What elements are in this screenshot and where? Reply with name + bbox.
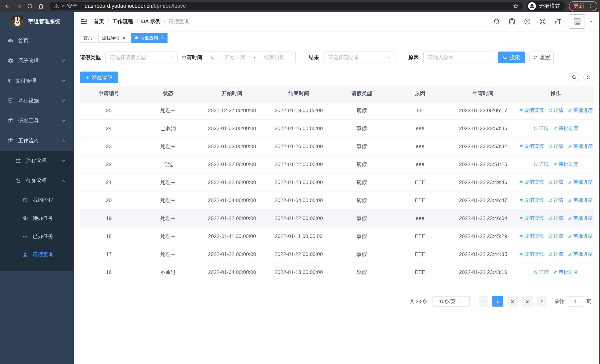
sidebar-item-2[interactable]: ¥支付管理 [0, 71, 74, 91]
avatar-caret-icon[interactable] [589, 19, 594, 24]
action-progress[interactable]: 审批进度 [568, 107, 593, 114]
url-path[interactable]: /bpm/oa/leave [152, 3, 186, 9]
sidebar-item-7[interactable]: 任务管理 [0, 171, 74, 191]
action-detail[interactable]: 详情 [548, 143, 563, 149]
sidebar-item-0[interactable]: 首页 [0, 31, 74, 51]
action-cancel[interactable]: 取消请假 [519, 251, 544, 257]
action-detail[interactable]: 详情 [534, 125, 549, 131]
reason-input[interactable] [424, 52, 494, 63]
page-size-select[interactable]: 10条/页 [432, 296, 469, 307]
breadcrumb-item[interactable]: 首页 [94, 18, 104, 25]
sidebar-item-11[interactable]: 请假查询 [0, 245, 74, 263]
task-nodes-icon [16, 178, 21, 184]
browser-back-button[interactable] [3, 1, 13, 11]
action-progress[interactable]: 审批进度 [568, 179, 593, 186]
tab-0[interactable]: 首页 [80, 33, 96, 43]
tab-close-icon[interactable]: × [161, 35, 164, 40]
create-leave-button[interactable]: + 发起请假 [80, 72, 118, 83]
bookmark-star-icon[interactable] [513, 3, 519, 9]
action-cancel[interactable]: 取消请假 [519, 215, 544, 222]
breadcrumb-item[interactable]: OA 示例 [141, 18, 161, 25]
action-cancel[interactable]: 取消请假 [519, 179, 544, 186]
start-date-placeholder[interactable]: 开始日期 [217, 54, 253, 61]
result-select[interactable]: 请选择流结果 [324, 52, 395, 63]
action-label: 审批进度 [573, 215, 593, 222]
action-detail[interactable]: 详情 [548, 251, 563, 257]
sidebar-item-9[interactable]: 待办任务 [0, 209, 74, 227]
action-detail[interactable]: 详情 [548, 233, 563, 239]
tab-close-icon[interactable]: × [123, 35, 125, 40]
apply-time-range-picker[interactable]: 开始日期 - 结束日期 [207, 52, 296, 63]
tab-1[interactable]: 流程详情× [98, 33, 129, 43]
update-label[interactable]: 更新 [573, 2, 584, 10]
action-detail[interactable]: 详情 [548, 215, 563, 222]
sidebar-item-6[interactable]: 流程管理 [0, 151, 74, 171]
sidebar-item-5[interactable]: 工作流程 [0, 131, 74, 151]
action-cancel[interactable]: 取消请假 [519, 197, 544, 204]
browser-forward-button[interactable] [14, 1, 24, 11]
sidebar-item-1[interactable]: 系统管理 [0, 51, 74, 71]
action-cancel[interactable]: 取消请假 [519, 107, 544, 114]
action-detail[interactable]: 详情 [534, 269, 549, 275]
row-actions: 取消请假详情审批进度 [517, 143, 594, 149]
github-icon[interactable] [508, 18, 516, 25]
action-progress[interactable]: 审批进度 [553, 269, 578, 275]
refresh-table-button[interactable] [583, 72, 594, 83]
action-progress[interactable]: 审批进度 [568, 143, 593, 149]
action-cancel[interactable]: 取消请假 [519, 143, 544, 149]
action-progress[interactable]: 审批进度 [568, 197, 593, 204]
prev-page-button[interactable] [479, 296, 488, 307]
browser-home-button[interactable] [36, 1, 46, 11]
action-detail[interactable]: 详情 [548, 197, 563, 204]
dashboard-icon [7, 38, 14, 44]
header-search-icon[interactable] [493, 18, 500, 25]
breadcrumb-item[interactable]: 工作流程 [112, 18, 133, 25]
sidebar-logo-row[interactable]: 芋道管理系统 [0, 12, 74, 31]
fullscreen-icon[interactable] [539, 18, 546, 25]
action-progress[interactable]: 审批进度 [553, 161, 578, 168]
sidebar-menu: 首页系统管理¥支付管理基础设施研发工具工作流程流程管理任务管理我的流程待办任务已… [0, 31, 74, 271]
action-cancel[interactable]: 取消请假 [519, 233, 544, 239]
font-size-icon[interactable] [554, 18, 562, 25]
browser-reload-button[interactable] [25, 1, 35, 11]
next-page-button[interactable] [537, 296, 546, 307]
search-button[interactable]: 搜索 [498, 52, 525, 63]
table-cell: 事假 [332, 251, 391, 258]
tab-2[interactable]: 请假查询× [131, 33, 168, 43]
page-button-3[interactable]: 3 [522, 296, 533, 307]
action-progress[interactable]: 审批进度 [568, 233, 593, 239]
reset-button[interactable]: 重置 [529, 52, 554, 63]
sidebar-item-label: 任务管理 [26, 177, 47, 184]
action-progress[interactable]: 审批进度 [568, 251, 593, 257]
page-button-2[interactable]: 2 [507, 296, 518, 307]
edit-icon [568, 198, 572, 203]
table-header: 申请编号状态开始时间结束时间请假类型原因申请时间操作 [80, 86, 594, 102]
help-icon[interactable] [524, 18, 531, 25]
avatar[interactable] [570, 14, 584, 29]
action-detail[interactable]: 详情 [548, 179, 563, 186]
action-progress[interactable]: 审批进度 [568, 215, 593, 222]
browser-menu-icon[interactable] [588, 3, 593, 9]
table-cell: 22 [80, 161, 138, 167]
sidebar-item-3[interactable]: 基础设施 [0, 91, 74, 111]
toggle-search-button[interactable] [569, 72, 579, 83]
address-bar[interactable]: 不安全 dashboard.yudao.iocoder.cn /bpm/oa/l… [50, 2, 523, 10]
page-button-1[interactable]: 1 [492, 296, 503, 307]
sidebar-item-4[interactable]: 研发工具 [0, 111, 74, 131]
browser-update-button[interactable]: 更新 [569, 1, 597, 11]
security-label[interactable]: 不安全 [62, 2, 78, 10]
action-detail[interactable]: 详情 [548, 107, 563, 114]
column-header: 申请时间 [449, 90, 517, 97]
sidebar-collapse-button[interactable] [80, 18, 87, 25]
goto-page-input[interactable] [567, 296, 583, 307]
sidebar-item-8[interactable]: 我的流程 [0, 191, 74, 209]
goto-label: 前往 [554, 298, 564, 305]
sidebar-item-label: 支付管理 [15, 77, 36, 84]
table-cell: 处理中 [138, 107, 199, 114]
leave-type-select[interactable]: 请选择请假类型 [105, 52, 178, 63]
sidebar-item-10[interactable]: 已办任务 [0, 227, 74, 245]
action-progress[interactable]: 审批进度 [553, 125, 578, 131]
end-date-placeholder[interactable]: 结束日期 [257, 54, 292, 61]
url-host[interactable]: dashboard.yudao.iocoder.cn [85, 3, 152, 9]
action-detail[interactable]: 详情 [534, 161, 549, 168]
